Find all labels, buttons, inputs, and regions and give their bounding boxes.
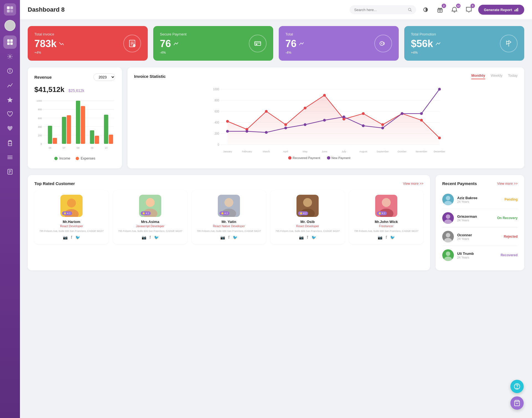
svg-rect-60 (81, 106, 85, 144)
stat-label-promotion: Total Promotion (411, 32, 440, 36)
payment-age-1: 24 Years (457, 219, 494, 222)
payment-avatar-0 (442, 194, 454, 205)
tab-monthly[interactable]: Monthly (471, 73, 485, 79)
support-float-btn[interactable] (510, 380, 524, 393)
dark-mode-toggle[interactable] (421, 5, 431, 15)
invoice-title: Invoice Statistic (134, 74, 166, 79)
sidebar-item-analytics[interactable] (3, 79, 17, 92)
customers-view-more[interactable]: View more >> (403, 182, 423, 186)
sidebar-item-menu[interactable] (3, 151, 17, 164)
payment-name-3: Uli Trumb (457, 252, 497, 256)
svg-text:March: March (263, 150, 270, 153)
facebook-icon-2[interactable]: f (228, 235, 229, 240)
facebook-icon-1[interactable]: f (150, 235, 151, 240)
cart-float-btn[interactable] (510, 396, 524, 410)
facebook-icon-3[interactable]: f (307, 235, 308, 240)
customer-rating-2: ⭐ 4.2 (219, 211, 229, 215)
customer-card-4: ⭐ 4.2 Mr.John Wick Freelancer 795 Folsom… (349, 190, 423, 244)
payments-view-more[interactable]: View more >> (497, 182, 518, 186)
svg-point-91 (381, 123, 384, 126)
stat-value-promotion: $56k (411, 38, 433, 50)
customer-rating-3: ⭐ 4.2 (298, 211, 308, 215)
twitter-icon-0[interactable]: 🐦 (75, 235, 80, 240)
twitter-icon-1[interactable]: 🐦 (154, 235, 159, 240)
stat-value-total: 76 (285, 38, 296, 50)
search-input[interactable] (354, 8, 406, 12)
facebook-icon-4[interactable]: f (386, 235, 387, 240)
svg-text:0: 0 (40, 143, 42, 145)
customer-rating-1: ⭐ 4.2 (141, 211, 151, 215)
stat-card-total: Total 76 -4% (279, 26, 399, 61)
stat-card-promotion: Total Promotion $56k +4% (404, 26, 524, 61)
customer-avatar-1: ⭐ 4.2 (139, 195, 161, 217)
svg-rect-64 (109, 135, 113, 144)
sidebar-item-heart[interactable] (3, 107, 17, 121)
customer-card-3: ⭐ 4.2 Mr. Osib React Developer 795 Folso… (270, 190, 345, 244)
svg-point-105 (420, 112, 423, 115)
customer-address-1: 795 Folsom Ave, Suite 600 San Francisco,… (116, 229, 184, 233)
instagram-icon-4[interactable]: 📷 (378, 235, 382, 240)
sidebar-item-print[interactable] (3, 136, 17, 150)
sidebar-item-favorites[interactable] (3, 93, 17, 106)
svg-rect-58 (67, 115, 71, 144)
svg-rect-29 (515, 10, 515, 11)
payment-avatar-1 (442, 212, 454, 224)
gift-icon-btn[interactable]: 2 (435, 5, 445, 15)
svg-text:0: 0 (218, 143, 219, 146)
payment-name-0: Aziz Bakree (457, 196, 501, 200)
svg-text:08: 08 (77, 147, 80, 149)
stat-icon-payment (249, 35, 267, 52)
sidebar-item-reports[interactable] (3, 165, 17, 178)
svg-point-104 (401, 112, 403, 115)
svg-point-93 (420, 119, 423, 122)
stat-label-total: Total (285, 32, 304, 36)
customer-role-2: React Native Developer (195, 224, 263, 228)
header-icons: 2 12 5 Generate Report (421, 5, 524, 15)
sidebar-item-dashboard[interactable] (3, 35, 17, 49)
customer-name-2: Mr. Yatin (195, 220, 263, 224)
customer-name-0: Mr.Hariom (38, 220, 105, 224)
svg-point-85 (265, 110, 268, 113)
invoice-tabs: Monthly Weekly Today (471, 73, 518, 79)
twitter-icon-2[interactable]: 🐦 (233, 235, 237, 240)
generate-report-button[interactable]: Generate Report (478, 5, 524, 15)
year-select[interactable]: 202320222021 (93, 73, 115, 81)
payment-avatar-3 (442, 249, 454, 261)
instagram-icon-3[interactable]: 📷 (299, 235, 304, 240)
expenses-dot (76, 157, 79, 160)
search-bar[interactable] (350, 5, 416, 14)
facebook-icon-0[interactable]: f (71, 235, 72, 240)
chat-icon-btn[interactable]: 5 (464, 5, 474, 15)
tab-weekly[interactable]: Weekly (491, 73, 502, 79)
twitter-icon-4[interactable]: 🐦 (390, 235, 395, 240)
generate-report-label: Generate Report (484, 8, 512, 12)
svg-rect-7 (10, 39, 13, 42)
sidebar-item-settings[interactable] (3, 50, 17, 63)
svg-text:200: 200 (214, 132, 219, 135)
svg-rect-39 (255, 42, 261, 45)
instagram-icon-2[interactable]: 📷 (220, 235, 225, 240)
stat-icon-total (374, 35, 392, 52)
instagram-icon-1[interactable]: 📷 (142, 235, 146, 240)
customer-role-1: Javascript Developer (116, 224, 184, 228)
trend-up-icon (435, 41, 440, 46)
svg-line-25 (411, 11, 412, 12)
user-avatar[interactable] (4, 20, 16, 31)
svg-point-88 (323, 94, 326, 97)
stat-change-invoice: +4% (34, 51, 64, 55)
instagram-icon-0[interactable]: 📷 (63, 235, 68, 240)
trend-down-icon (59, 41, 64, 46)
twitter-icon-3[interactable]: 🐦 (311, 235, 316, 240)
tab-today[interactable]: Today (508, 73, 518, 79)
svg-rect-15 (8, 144, 12, 146)
page-title: Dashboard 8 (28, 6, 345, 13)
bell-icon-btn[interactable]: 12 (449, 5, 459, 15)
svg-point-90 (362, 112, 365, 115)
svg-rect-57 (62, 117, 66, 144)
svg-marker-14 (7, 97, 13, 102)
svg-text:07: 07 (63, 147, 65, 149)
sidebar-item-info[interactable] (3, 64, 17, 78)
stat-value-payment: 76 (160, 38, 171, 50)
sidebar-item-liked[interactable] (3, 122, 17, 135)
svg-point-121 (327, 156, 330, 160)
